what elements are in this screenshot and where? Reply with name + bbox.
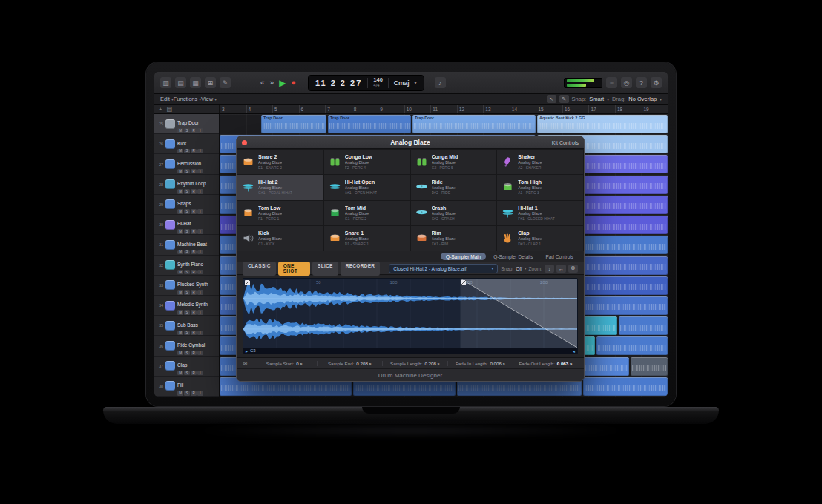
zoom-vertical-button[interactable]: ↕ [545,265,554,273]
menu-view[interactable]: View▾ [201,96,217,102]
pad-snare-1[interactable]: Snare 1Analog BlazeD1 - SNARE 1 [324,226,410,251]
region[interactable]: Trap Door [412,115,536,133]
track-fill[interactable]: 38FillMSRI [154,377,219,397]
track-clap[interactable]: 37ClapMSRI [154,357,219,377]
track-button-i[interactable]: I [197,331,203,336]
track-machine-beat[interactable]: 31Machine BeatMSRI [154,235,219,255]
pad-rim[interactable]: RimAnalog BlazeC#1 - RIM [411,226,497,251]
track-button-m[interactable]: M [177,128,183,133]
note-icon[interactable]: ♪ [435,77,446,88]
sample-file-select[interactable]: Closed Hi-Hat 2 - Analog Blaze.aif ▾ [389,264,498,273]
track-button-r[interactable]: R [191,128,197,133]
bar-ruler[interactable]: + ▤ 345678910111213141516171819 [154,105,668,114]
mode-recorder[interactable]: RECORDER [341,262,381,276]
track-button-i[interactable]: I [197,351,203,356]
scroll-right-icon[interactable]: ◂ [573,348,575,354]
kit-controls-link[interactable]: Kit Controls [552,140,579,145]
pad-kick[interactable]: KickAnalog BlazeC1 - KICK [237,226,323,251]
track-melodic-synth[interactable]: 34Melodic SynthMSRI [154,296,219,316]
track-button-r[interactable]: R [191,209,197,214]
track-button-m[interactable]: M [177,189,183,194]
waveform-editor[interactable]: 50100150200 ▸ C3 ◂ [243,278,578,354]
region[interactable] [583,377,668,396]
track-kick[interactable]: 26KickMSRI [154,134,219,154]
track-button-r[interactable]: R [191,250,197,255]
lcd-display[interactable]: 11 2 2 27 140 4/4 Cmaj ▾ [308,75,424,91]
mode-one-shot[interactable]: ONE SHOT [278,262,310,276]
inspector-icon[interactable]: ▤ [175,77,186,88]
gear-icon[interactable]: ⚙ [651,77,662,88]
action-menu-button[interactable]: ⚙ [568,265,578,273]
tempo-block[interactable]: 140 4/4 [373,77,383,88]
rewind-button[interactable]: « [260,79,265,87]
track-button-s[interactable]: S [184,290,190,295]
region[interactable] [631,357,668,376]
track-button-i[interactable]: I [197,169,203,174]
track-button-s[interactable]: S [184,310,190,315]
track-button-r[interactable]: R [191,229,197,234]
track-snaps[interactable]: 29SnapsMSRI [154,195,219,215]
close-parameters-icon[interactable]: ⊗ [243,360,248,367]
track-button-m[interactable]: M [177,250,183,255]
track-trap-door[interactable]: 25Trap DoorMSRI [154,114,219,134]
track-button-m[interactable]: M [177,229,183,234]
track-button-r[interactable]: R [191,149,197,154]
track-button-r[interactable]: R [191,169,197,174]
pad-tom-high[interactable]: Tom HighAnalog BlazeA1 - PERC 3 [497,175,583,199]
record-button[interactable]: ● [291,79,296,87]
track-button-s[interactable]: S [184,229,190,234]
track-plucked-synth[interactable]: 33Plucked SynthMSRI [154,276,219,296]
pad-hi-hat-2[interactable]: Hi-Hat 2Analog BlazeG#1 - PEDAL HIHAT [237,175,323,199]
snap-value[interactable]: Off [516,266,522,271]
pad-snare-2[interactable]: Snare 2Analog BlazeE1 - SNARE 2 [237,150,323,174]
track-button-s[interactable]: S [184,331,190,336]
plugin-titlebar[interactable]: Analog Blaze Kit Controls [237,136,584,149]
pad-conga-low[interactable]: Conga LowAnalog BlazeF2 - PERC 4 [324,150,410,174]
bar-ruler-numbers[interactable]: 345678910111213141516171819 [220,105,668,113]
list-icon[interactable]: ≡ [606,77,617,88]
track-sub-bass[interactable]: 35Sub BassMSRI [154,316,219,336]
region[interactable] [596,336,668,355]
track-button-m[interactable]: M [177,391,183,396]
track-button-s[interactable]: S [184,270,190,275]
track-button-i[interactable]: I [197,391,203,396]
mixer-icon[interactable]: ⊞ [205,77,216,88]
pad-hi-hat-1[interactable]: Hi-Hat 1Analog BlazeF#1 - CLOSED HIHAT [497,201,583,225]
pad-ride[interactable]: RideAnalog BlazeD#2 - RIDE [411,175,497,199]
track-button-m[interactable]: M [177,310,183,315]
add-track-button[interactable]: + [159,106,162,113]
tab-pad-controls[interactable]: Pad Controls [540,253,579,260]
track-button-i[interactable]: I [197,270,203,275]
track-button-r[interactable]: R [191,371,197,376]
track-ride-cymbal[interactable]: 36Ride CymbalMSRI [154,336,219,356]
target-icon[interactable]: ◎ [621,77,632,88]
track-button-s[interactable]: S [184,189,190,194]
key-signature[interactable]: Cmaj [394,79,410,87]
track-button-r[interactable]: R [191,310,197,315]
pad-tom-low[interactable]: Tom LowAnalog BlazeF1 - PERC 1 [237,201,323,225]
track-button-s[interactable]: S [184,209,190,214]
track-rhythm-loop[interactable]: 28Rhythm LoopMSRI [154,175,219,195]
track-synth-piano[interactable]: 32Synth PianoMSRI [154,256,219,276]
track-percussion[interactable]: 27PercussionMSRI [154,154,219,174]
track-button-m[interactable]: M [177,331,183,336]
pad-conga-mid[interactable]: Conga MidAnalog BlazeG2 - PERC 5 [411,150,497,174]
track-button-m[interactable]: M [177,149,183,154]
mode-slice[interactable]: SLICE [312,262,338,276]
menu-functions[interactable]: Functions▾ [174,96,201,102]
tab-q-sampler-details[interactable]: Q-Sampler Details [488,253,538,260]
track-button-s[interactable]: S [184,250,190,255]
mode-classic[interactable]: CLASSIC [243,262,276,276]
track-button-i[interactable]: I [197,371,203,376]
forward-button[interactable]: » [270,79,274,87]
track-button-i[interactable]: I [197,290,203,295]
region[interactable]: Trap Door [261,115,326,133]
menu-edit[interactable]: Edit▾ [160,96,174,102]
fade-out-handle[interactable] [461,280,466,285]
track-button-i[interactable]: I [197,310,203,315]
track-button-i[interactable]: I [197,229,203,234]
track-button-i[interactable]: I [197,209,203,214]
zoom-horizontal-button[interactable]: ↔ [556,265,566,273]
track-button-s[interactable]: S [184,391,190,396]
track-button-i[interactable]: I [197,149,203,154]
